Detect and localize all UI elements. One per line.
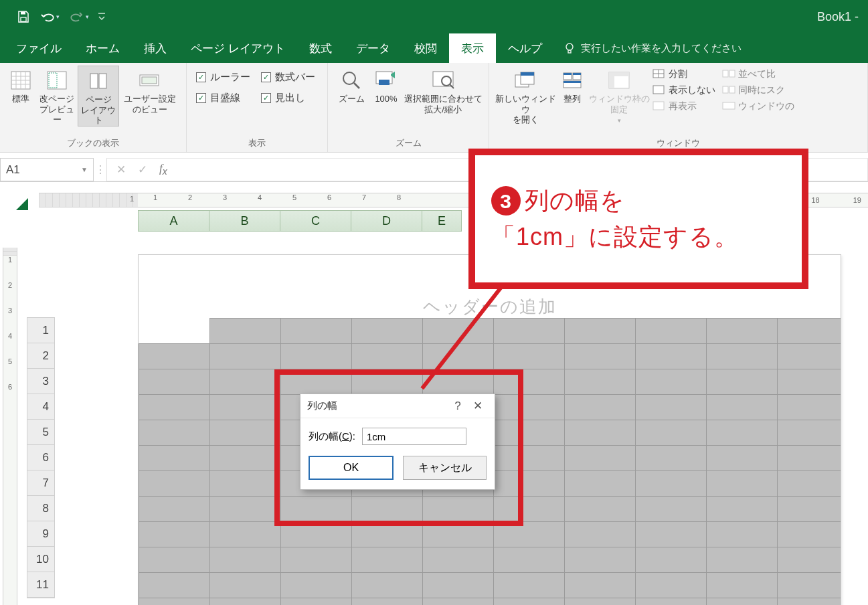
row-header[interactable]: 10 bbox=[27, 547, 54, 572]
side-by-side-icon bbox=[722, 69, 734, 80]
tell-me-search[interactable]: 実行したい作業を入力してください bbox=[554, 33, 751, 63]
qat-customize-dropdown-icon[interactable] bbox=[95, 5, 108, 28]
new-window-icon bbox=[514, 70, 537, 91]
dialog-titlebar[interactable]: 列の幅 ? ✕ bbox=[300, 394, 495, 418]
name-box[interactable]: A1 ▼ bbox=[0, 158, 94, 181]
column-width-dialog: 列の幅 ? ✕ 列の幅(C): OK キャンセル bbox=[300, 394, 495, 490]
page-break-icon bbox=[46, 70, 68, 91]
arrange-button[interactable]: 整列 bbox=[556, 66, 588, 104]
group-label-zoom: ズーム bbox=[333, 136, 483, 152]
column-headers[interactable]: A B C D E bbox=[138, 210, 462, 232]
workbook-title: Book1 - bbox=[817, 10, 868, 24]
row-headers[interactable]: 1 2 3 4 5 6 7 8 9 10 11 bbox=[27, 317, 55, 598]
zoom-icon bbox=[340, 70, 363, 91]
custom-views-label: ユーザー設定 のビュー bbox=[124, 94, 176, 114]
new-window-button[interactable]: 新しいウィンドウ を開く bbox=[495, 66, 556, 125]
tab-formulas[interactable]: 数式 bbox=[297, 33, 344, 63]
tab-home[interactable]: ホーム bbox=[74, 33, 132, 63]
svg-rect-32 bbox=[573, 73, 581, 75]
column-header-d[interactable]: D bbox=[351, 211, 422, 231]
row-header[interactable]: 3 bbox=[27, 369, 54, 394]
ok-button[interactable]: OK bbox=[309, 456, 394, 480]
page-break-preview-button[interactable]: 改ページ プレビュー bbox=[36, 66, 78, 125]
group-label-show: 表示 bbox=[192, 136, 322, 152]
group-label-workbook-views: ブックの表示 bbox=[5, 136, 181, 152]
cancel-button[interactable]: キャンセル bbox=[403, 456, 487, 480]
checkbox-checked-icon: ✓ bbox=[196, 93, 206, 103]
active-cell-a1[interactable] bbox=[139, 318, 209, 343]
group-zoom: ズーム 100% 選択範囲に合わせて 拡大/縮小 ズーム bbox=[328, 63, 489, 152]
column-width-label: 列の幅(C): bbox=[309, 430, 355, 443]
help-icon[interactable]: ? bbox=[448, 400, 468, 413]
side-by-side-button: 並べて比 bbox=[722, 68, 794, 80]
svg-rect-44 bbox=[723, 86, 728, 93]
row-header[interactable]: 9 bbox=[27, 521, 54, 547]
gridlines-checkbox[interactable]: ✓目盛線 bbox=[196, 92, 250, 104]
zoom-selection-label: 選択範囲に合わせて 拡大/縮小 bbox=[404, 94, 483, 114]
tab-review[interactable]: 校閲 bbox=[402, 33, 449, 63]
row-header[interactable]: 6 bbox=[27, 445, 54, 470]
svg-line-19 bbox=[354, 83, 359, 88]
select-all-triangle[interactable] bbox=[4, 194, 31, 210]
row-header[interactable]: 11 bbox=[27, 572, 54, 598]
formula-bar-checkbox[interactable]: ✓数式バー bbox=[261, 71, 315, 84]
chevron-down-icon[interactable]: ▼ bbox=[81, 166, 88, 173]
column-header-c[interactable]: C bbox=[280, 211, 351, 231]
page-layout-view-button[interactable]: ページ レイアウト bbox=[78, 66, 119, 126]
close-icon[interactable]: ✕ bbox=[468, 399, 488, 413]
row-header[interactable]: 2 bbox=[27, 343, 54, 369]
svg-rect-31 bbox=[563, 73, 572, 75]
zoom-button[interactable]: ズーム bbox=[333, 66, 369, 104]
horizontal-ruler-far: 18 19 bbox=[812, 193, 869, 207]
tab-page-layout[interactable]: ページ レイアウト bbox=[179, 33, 297, 63]
dialog-title-text: 列の幅 bbox=[307, 400, 448, 412]
split-button[interactable]: 分割 bbox=[653, 68, 715, 80]
annotation-step-number: 3 bbox=[491, 186, 521, 215]
unhide-button: 再表示 bbox=[653, 100, 715, 112]
undo-dropdown-icon[interactable]: ▾ bbox=[56, 13, 64, 20]
normal-view-icon bbox=[9, 70, 32, 91]
formula-bar-separator: ⋮ bbox=[94, 158, 107, 181]
row-header[interactable]: 5 bbox=[27, 420, 54, 445]
new-window-label: 新しいウィンドウ を開く bbox=[495, 94, 556, 125]
custom-views-button[interactable]: ユーザー設定 のビュー bbox=[119, 66, 181, 114]
tab-help[interactable]: ヘルプ bbox=[496, 33, 554, 63]
checkbox-checked-icon: ✓ bbox=[196, 72, 206, 82]
annotation-callout: 3 列の幅を 「1cm」に設定する。 bbox=[468, 149, 808, 289]
split-icon bbox=[653, 69, 665, 80]
svg-rect-1 bbox=[21, 12, 25, 15]
checkbox-checked-icon: ✓ bbox=[261, 93, 271, 103]
row-header[interactable]: 1 bbox=[27, 318, 54, 343]
tab-file[interactable]: ファイル bbox=[4, 33, 74, 63]
save-icon[interactable] bbox=[12, 5, 35, 28]
page-break-label: 改ページ プレビュー bbox=[36, 94, 78, 125]
zoom-100-icon bbox=[375, 70, 398, 91]
tab-insert[interactable]: 挿入 bbox=[132, 33, 179, 63]
row-header[interactable]: 7 bbox=[27, 470, 54, 496]
checkbox-checked-icon: ✓ bbox=[261, 72, 271, 82]
ruler-checkbox[interactable]: ✓ルーラー bbox=[196, 71, 250, 84]
redo-icon bbox=[66, 5, 88, 28]
headings-checkbox[interactable]: ✓見出し bbox=[261, 92, 315, 104]
redo-dropdown-icon: ▾ bbox=[86, 13, 94, 20]
zoom-selection-button[interactable]: 選択範囲に合わせて 拡大/縮小 bbox=[403, 66, 483, 114]
undo-button[interactable]: ▾ bbox=[36, 5, 64, 28]
row-header[interactable]: 8 bbox=[27, 496, 54, 521]
column-header-a[interactable]: A bbox=[139, 211, 209, 231]
tab-data[interactable]: データ bbox=[344, 33, 402, 63]
zoom-100-button[interactable]: 100% bbox=[369, 66, 403, 104]
reset-pos-icon bbox=[722, 101, 734, 112]
column-header-e[interactable]: E bbox=[422, 211, 461, 231]
column-width-input[interactable] bbox=[362, 428, 466, 445]
row-header[interactable]: 4 bbox=[27, 394, 54, 420]
svg-rect-4 bbox=[568, 50, 571, 53]
normal-view-button[interactable]: 標準 bbox=[5, 66, 36, 104]
chevron-down-icon: ▾ bbox=[618, 117, 621, 124]
name-box-value: A1 bbox=[6, 163, 20, 177]
tab-view[interactable]: 表示 bbox=[449, 33, 496, 63]
hide-button[interactable]: 表示しない bbox=[653, 84, 715, 96]
column-header-b[interactable]: B bbox=[209, 211, 280, 231]
insert-function-icon[interactable]: fx bbox=[159, 162, 167, 177]
custom-views-icon bbox=[139, 70, 161, 91]
vertical-ruler[interactable]: 1 2 3 4 5 6 bbox=[3, 248, 17, 605]
